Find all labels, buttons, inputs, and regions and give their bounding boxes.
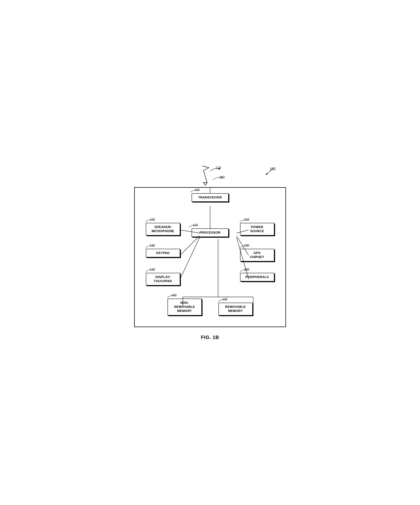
ref-116-label: 116 [208, 166, 221, 173]
speaker-mic-box: SPEAKER/MICROPHONE 124 [146, 223, 180, 235]
transceiver-label: TRANSCEIVER [198, 196, 222, 199]
non-removable-memory-ref: 130 [167, 293, 177, 299]
display-ref: 128 [145, 268, 155, 273]
removable-memory-box: REMOVABLEMEMORY 132 [219, 303, 253, 315]
processor-ref: 118 [188, 223, 198, 229]
power-source-box: POWERSOURCE 134 [240, 223, 274, 235]
diagram-wrapper: TRANSCEIVER 120 PROCESSOR [134, 187, 286, 327]
display-touchpad-box: DISPLAY/TOUCHPAD 128 [146, 273, 180, 285]
display-label: DISPLAY/TOUCHPAD [154, 275, 172, 283]
svg-marker-5 [203, 183, 207, 185]
processor-box: PROCESSOR 118 [192, 228, 229, 237]
peripherals-box: PERIPHERALS 138 [240, 273, 274, 281]
gps-chipset-ref: 136 [239, 244, 249, 249]
ref-122-label: 122 [212, 175, 225, 182]
non-removable-memory-box: NON-REMOVABLEMEMORY 130 [168, 299, 202, 315]
svg-line-2 [203, 170, 207, 183]
svg-line-10 [180, 236, 200, 255]
gps-chipset-box: GPSCHIPSET 136 [240, 249, 274, 261]
speaker-mic-ref: 124 [145, 218, 155, 223]
svg-line-4 [202, 166, 209, 168]
svg-line-11 [180, 238, 200, 279]
transceiver-box: TRANSCEIVER 120 [192, 193, 229, 202]
transceiver-to-processor-line [210, 206, 210, 229]
diagram-box: TRANSCEIVER 120 PROCESSOR [134, 187, 286, 327]
transceiver-ref: 120 [190, 188, 200, 194]
non-removable-memory-label: NON-REMOVABLEMEMORY [174, 301, 195, 313]
page-container: 102 116 122 [134, 165, 286, 340]
gps-chipset-label: GPSCHIPSET [250, 251, 264, 259]
peripherals-ref: 138 [239, 268, 249, 273]
peripherals-label: PERIPHERALS [245, 275, 269, 279]
speaker-mic-label: SPEAKER/MICROPHONE [152, 225, 174, 233]
fig-caption: FIG. 1B [201, 335, 219, 340]
removable-memory-ref: 132 [218, 297, 228, 303]
keypad-label: KEYPAD [156, 251, 170, 255]
power-source-ref: 134 [239, 218, 249, 223]
ref-102: 102 [261, 167, 276, 177]
removable-memory-label: REMOVABLEMEMORY [225, 305, 246, 313]
keypad-box: KEYPAD 126 [146, 249, 180, 257]
processor-label: PROCESSOR [200, 231, 220, 234]
power-source-label: POWERSOURCE [250, 225, 264, 233]
antenna-area: 102 116 122 [134, 165, 286, 187]
keypad-ref: 126 [145, 244, 155, 249]
antenna-to-transceiver-line [210, 188, 210, 194]
